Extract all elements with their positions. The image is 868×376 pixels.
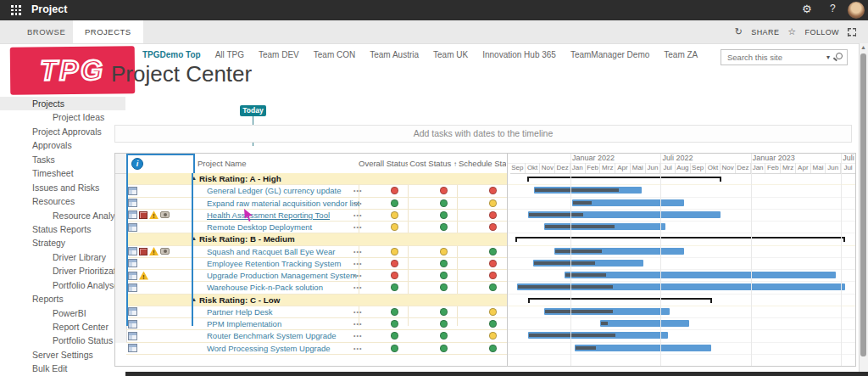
sidebar-item-server-settings[interactable]: Server Settings [0,348,125,362]
sidebar-item-project-approvals[interactable]: Project Approvals [0,125,125,138]
column-header-project-name[interactable]: Project Name [198,154,337,173]
sidebar-item-driver-library[interactable]: Driver Library [0,250,125,264]
table-row[interactable]: Word Processing System Upgrade••• [126,343,507,355]
row-menu-icon[interactable]: ••• [353,318,362,329]
table-row[interactable]: !Health Assessment Reporting Tool••• [126,210,507,222]
gantt-progress-bar [535,188,619,192]
sidebar-item-portfolio-status[interactable]: Portfolio Status [0,334,125,347]
nav-link-team-con[interactable]: Team CON [314,50,355,59]
table-row[interactable]: Remote Desktop Deployment••• [126,222,507,233]
row-menu-icon[interactable]: ••• [353,185,362,196]
table-row[interactable]: !Upgrade Production Management System••• [126,270,507,282]
overall-status-indicator [391,332,398,340]
sidebar-item-driver-prioritization[interactable]: Driver Prioritization [0,264,125,278]
table-row[interactable]: Warehouse Pick-n-Pack solution••• [126,282,507,294]
cost-status-indicator [440,199,448,207]
row-menu-icon[interactable]: ••• [353,282,362,293]
sidebar-item-report-center[interactable]: Report Center [0,320,125,334]
row-menu-icon[interactable]: ••• [353,343,362,354]
collapse-triangle-icon[interactable]: ▴ [192,175,196,182]
table-row[interactable]: General Ledger (GL) currency update••• [126,185,507,197]
sidebar-item-tasks[interactable]: Tasks [0,153,125,166]
gantt-bar[interactable] [554,248,684,255]
gantt-bar[interactable] [565,272,836,278]
gantt-month-cell: Nov [721,163,736,173]
gantt-bar[interactable] [572,199,684,206]
gantt-bar[interactable] [528,332,668,339]
timeline-add-tasks-bar[interactable]: Add tasks with dates to the timeline [114,125,852,143]
info-icon: i [131,158,143,170]
sidebar-item-resources[interactable]: Resources [0,194,125,208]
collapse-triangle-icon[interactable]: ▴ [192,235,196,242]
row-menu-icon[interactable]: ••• [353,222,362,233]
tab-browse[interactable]: BROWSE [15,20,77,43]
app-launcher-icon[interactable] [11,5,21,15]
gantt-bar[interactable] [517,283,845,290]
sidebar-item-status-reports[interactable]: Status Reports [0,222,125,236]
group-row-risk-rating-b-medium[interactable]: ▴Risk Rating: B - Medium [126,233,507,245]
column-header-cost-status[interactable]: Cost Status ↑ [409,154,457,173]
nav-link-team-za[interactable]: Team ZA [664,50,698,59]
sidebar-item-issues-and-risks[interactable]: Issues and Risks [0,181,125,194]
share-button[interactable]: SHARE [751,28,779,36]
search-icon[interactable] [836,53,843,59]
nav-link-tpgdemo-top[interactable]: TPGDemo Top [142,50,201,59]
row-menu-icon[interactable]: ••• [353,210,362,221]
table-row[interactable]: Expand raw material acquisition vendor l… [126,198,507,210]
tab-projects[interactable]: PROJECTS [73,20,143,43]
group-row-risk-rating-c-low[interactable]: ▴Risk Rating: C - Low [126,295,507,306]
schedule-status-indicator [489,283,497,291]
column-header-overall-status[interactable]: Overall Status [359,154,408,173]
gantt-bar[interactable] [528,211,721,218]
search-input[interactable] [726,51,821,64]
sidebar-item-projects[interactable]: Projects [0,97,125,110]
follow-button[interactable]: FOLLOW [805,28,839,36]
user-avatar[interactable] [848,2,865,19]
sidebar-item-bulk-edit[interactable]: Bulk Edit [0,362,125,375]
nav-link-innovation-hub-365[interactable]: Innovation Hub 365 [482,50,556,59]
column-header-schedule-status[interactable]: Schedule Status [459,154,506,173]
sidebar-item-approvals[interactable]: Approvals [0,138,125,152]
sidebar-item-timesheet[interactable]: Timesheet [0,166,125,180]
gantt-bar[interactable] [533,260,643,267]
focus-mode-icon[interactable] [848,28,856,36]
table-row[interactable]: Router Benchmark System Upgrade••• [126,330,507,342]
row-menu-icon[interactable]: ••• [353,246,362,257]
table-row[interactable]: Employee Retention Tracking System••• [126,258,507,270]
gantt-bar[interactable] [600,320,689,327]
group-row-risk-rating-a-high[interactable]: ▴Risk Rating: A - High [126,173,507,185]
gantt-bar[interactable] [575,345,711,351]
row-menu-icon[interactable]: ••• [353,198,362,209]
page-scrollbar-thumb[interactable] [860,53,866,356]
gantt-bar[interactable] [544,308,670,315]
gantt-bar[interactable] [544,223,665,230]
sidebar-item-powerbi[interactable]: PowerBI [0,306,125,320]
scrollbar-up-arrow-icon[interactable]: ▲ [860,44,866,50]
settings-gear-icon[interactable]: ⚙ [802,3,812,15]
row-menu-icon[interactable]: ••• [353,270,362,281]
row-menu-icon[interactable]: ••• [353,330,362,341]
nav-link-all-tpg[interactable]: All TPG [215,50,244,59]
sidebar-item-strategy[interactable]: Strategy [0,236,125,250]
collapse-triangle-icon[interactable]: ▴ [192,296,196,303]
table-row[interactable]: PPM Implementation••• [126,318,507,330]
sidebar-item-reports[interactable]: Reports [0,292,125,306]
sidebar-item-project-ideas[interactable]: Project Ideas [0,110,125,124]
table-row[interactable]: !Squash and Racquet Ball Eye Wear••• [126,246,507,258]
nav-link-teammanager-demo[interactable]: TeamManager Demo [570,50,649,59]
schedule-status-indicator [489,320,497,328]
row-menu-icon[interactable]: ••• [353,306,362,317]
gantt-bar[interactable] [534,187,642,194]
info-column-header[interactable]: i [126,154,195,175]
nav-link-team-uk[interactable]: Team UK [433,50,468,59]
row-menu-icon[interactable]: ••• [353,258,362,269]
search-scope-caret-icon[interactable]: ▾ [826,53,830,61]
table-row[interactable]: Partner Help Desk••• [126,306,507,318]
sidebar-item-portfolio-analyses[interactable]: Portfolio Analyses [0,278,125,292]
nav-link-team-austria[interactable]: Team Austria [370,50,419,59]
nav-link-team-dev[interactable]: Team DEV [259,50,299,59]
gantt-progress-bar [555,250,602,253]
schedule-status-indicator [489,345,497,352]
sidebar-item-resource-analysis[interactable]: Resource Analysis [0,209,125,222]
help-icon[interactable]: ? [830,3,836,14]
